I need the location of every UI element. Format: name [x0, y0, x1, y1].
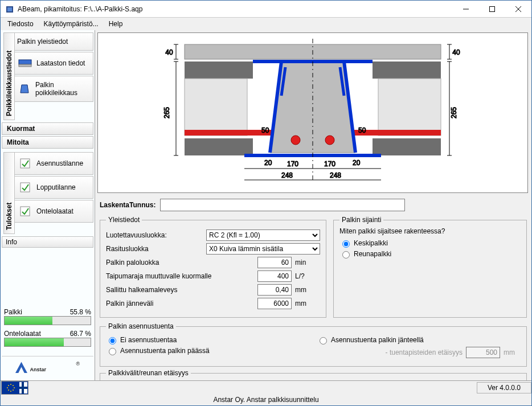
- jannevali-label: Palkin jänneväli: [106, 300, 254, 307]
- svg-text:40: 40: [452, 48, 460, 56]
- nav-asennustilanne[interactable]: Asennustilanne: [13, 152, 93, 175]
- svg-point-64: [8, 385, 9, 386]
- paloluokka-label: Palkin paloluokka: [106, 259, 254, 266]
- check-icon: [17, 181, 33, 194]
- svg-point-62: [7, 387, 8, 388]
- svg-rect-10: [21, 183, 30, 192]
- progress-ontelo-pct: 68.7 %: [70, 330, 91, 338]
- taipuma-label: Taipumaraja muuttuvalle kuormalle: [106, 272, 254, 280]
- legend-palkkivalit: Palkkivälit/reunan etäisyys: [106, 369, 191, 377]
- nav-label: Asennustilanne: [36, 159, 83, 167]
- svg-rect-11: [21, 207, 30, 216]
- check-icon: [17, 205, 33, 218]
- group-kuormat[interactable]: Kuormat: [2, 122, 93, 135]
- svg-rect-9: [21, 159, 30, 168]
- svg-text:®: ®: [76, 361, 80, 367]
- svg-rect-20: [185, 138, 253, 155]
- taipuma-unit: L/?: [295, 272, 312, 280]
- progress-palkki-label: Palkki: [4, 308, 22, 316]
- version-label: Ver 4.0.0.0: [477, 382, 531, 393]
- svg-rect-70: [22, 382, 24, 393]
- halkeama-input[interactable]: [257, 284, 292, 296]
- svg-rect-17: [373, 61, 441, 79]
- svg-rect-19: [378, 79, 441, 136]
- close-button[interactable]: [505, 1, 531, 18]
- app-icon: [5, 5, 14, 14]
- menu-help[interactable]: Help: [104, 19, 128, 29]
- legend-yleistiedot: Yleistiedot: [106, 216, 142, 224]
- svg-text:265: 265: [450, 107, 458, 118]
- radio-reunapalkki[interactable]: [342, 251, 350, 259]
- jannevali-unit: mm: [295, 300, 312, 307]
- radio-keskipalkki[interactable]: [342, 240, 350, 248]
- window-title: ABeam, pikamitoitus: F:\..\A-Palkki-S.aq…: [18, 5, 453, 13]
- nav-label: Palkin yleistiedot: [17, 38, 68, 46]
- nav-label: Lopputilanne: [36, 183, 76, 191]
- radio-janteella[interactable]: [320, 337, 327, 345]
- nav-palkin-poikkileikkaus[interactable]: Palkin poikkileikkaus: [13, 76, 93, 102]
- info-header[interactable]: Info: [2, 236, 93, 248]
- svg-text:20: 20: [264, 159, 272, 167]
- svg-text:248: 248: [330, 171, 341, 179]
- halkeama-unit: mm: [295, 286, 312, 294]
- status-bar: Ver 4.0.0.0 Anstar Oy. Anstar palkkisuun…: [1, 380, 531, 405]
- svg-text:50: 50: [261, 126, 269, 134]
- rasitus-select[interactable]: X0 Kuiva lämmin sisätila: [206, 243, 320, 255]
- progress-ontelo-label: Ontelolaatat: [4, 330, 41, 338]
- minimize-button[interactable]: [453, 1, 479, 18]
- laskentatunnus-input[interactable]: [160, 199, 405, 211]
- svg-point-63: [14, 387, 15, 388]
- svg-text:Anstar: Anstar: [30, 367, 46, 372]
- etaisyys-label: - tuentapisteiden etäisyys: [386, 348, 463, 356]
- legend-sijainti: Palkin sijainti: [339, 216, 383, 224]
- nav-ontelolaatat[interactable]: Ontelolaatat: [13, 200, 93, 223]
- halkeama-label: Sallittu halkeamaleveys: [106, 286, 254, 294]
- progress-palkki-pct: 55.8 %: [70, 308, 91, 316]
- svg-point-30: [291, 136, 300, 145]
- svg-point-66: [8, 389, 9, 391]
- taipuma-input[interactable]: [257, 270, 292, 282]
- svg-point-31: [325, 136, 334, 145]
- etaisyys-unit: mm: [504, 348, 521, 356]
- maximize-button[interactable]: [479, 1, 505, 18]
- titlebar: ABeam, pikamitoitus: F:\..\A-Palkki-S.aq…: [1, 1, 531, 18]
- nav-laataston-tiedot[interactable]: Laataston tiedot: [13, 52, 93, 75]
- check-icon: [17, 157, 33, 170]
- menu-tiedosto[interactable]: Tiedosto: [3, 19, 38, 29]
- svg-point-61: [10, 391, 11, 392]
- menu-kayttoymparisto[interactable]: Käyttöympäristö...: [39, 19, 103, 29]
- svg-point-67: [13, 389, 14, 391]
- radio-paassa[interactable]: [109, 348, 116, 355]
- svg-rect-21: [373, 138, 441, 155]
- slab-icon: [17, 57, 33, 69]
- nav-label: Palkin poikkileikkaus: [35, 81, 89, 97]
- progress-palkki-bar: [4, 316, 91, 325]
- svg-rect-1: [7, 7, 12, 11]
- svg-marker-8: [21, 85, 28, 93]
- jannevali-input[interactable]: [257, 298, 292, 309]
- svg-rect-16: [185, 61, 253, 79]
- radio-ei-asennustuentaa[interactable]: [109, 337, 116, 345]
- nav-label: Ontelolaatat: [36, 207, 73, 215]
- laskentatunnus-label: LaskentaTunnus:: [100, 201, 155, 209]
- svg-point-65: [13, 385, 14, 386]
- progress-ontelo-bar: [4, 338, 91, 347]
- luotettavuus-label: Luotettavuusluokka:: [106, 231, 203, 239]
- svg-text:265: 265: [163, 107, 171, 118]
- progress-area: Palkki 55.8 % Ontelolaatat 68.7 %: [1, 305, 95, 355]
- nav-lopputilanne[interactable]: Lopputilanne: [13, 176, 93, 199]
- svg-rect-6: [19, 60, 31, 64]
- fieldset-yleistiedot: Yleistiedot Luotettavuusluokka: RC 2 (Kf…: [100, 216, 326, 318]
- paloluokka-input[interactable]: [257, 257, 292, 268]
- svg-text:20: 20: [353, 159, 361, 167]
- group-poikkileikkaustiedot[interactable]: Poikkileikkaustiedot: [3, 32, 15, 120]
- group-mitoita[interactable]: Mitoita: [2, 136, 93, 149]
- company-label: Anstar Oy. Anstar palkkisuunnittelu: [1, 395, 531, 405]
- svg-point-60: [10, 384, 11, 385]
- fieldset-asennustuenta: Palkin asennustuenta Ei asennustuentaa A…: [100, 322, 527, 367]
- svg-text:170: 170: [324, 160, 335, 168]
- paloluokka-unit: min: [295, 259, 312, 266]
- nav-palkin-yleistiedot[interactable]: Palkin yleistiedot: [13, 32, 93, 51]
- luotettavuus-select[interactable]: RC 2 (Kfl = 1.00): [206, 229, 320, 241]
- group-tulokset[interactable]: Tulokset: [3, 152, 15, 234]
